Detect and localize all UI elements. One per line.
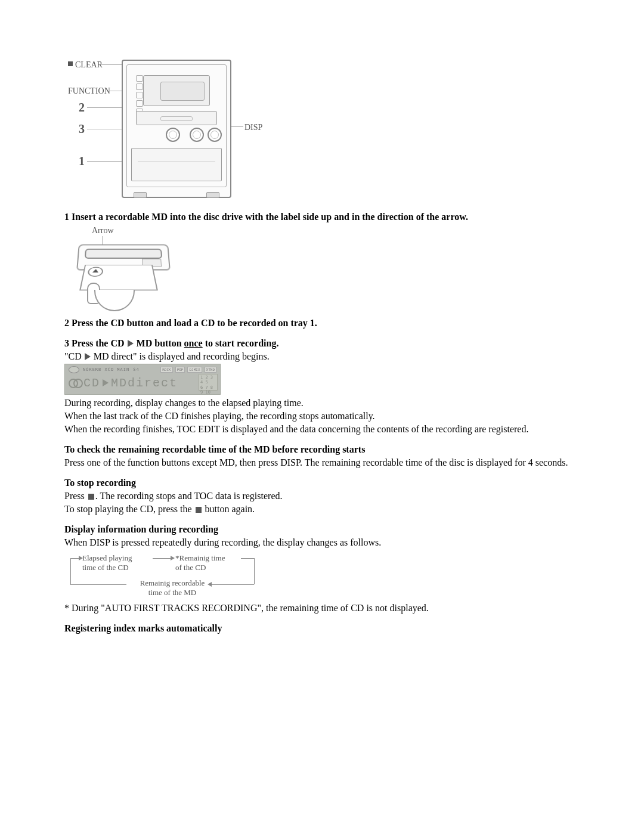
step3-mid: MD button — [137, 338, 184, 348]
lcd-nums-top: 1 2 3 4 5 — [200, 375, 216, 385]
clear-stop-icon — [68, 61, 73, 66]
stop-l1-post: . The recording stops and TOC data is re… — [95, 491, 283, 501]
step1-heading: 1 Insert a recordable MD into the disc d… — [64, 211, 580, 223]
cycle-box2: *Remainig time of the CD — [175, 553, 247, 572]
stop-icon — [88, 494, 94, 500]
play-icon — [85, 353, 91, 360]
register-heading: Registering index marks automatically — [64, 623, 580, 634]
md-arrow-label: Arrow — [92, 225, 114, 236]
cycle-box2-l2: of the CD — [175, 563, 247, 572]
step3-l1-post: MD direct" is displayed and recording be… — [94, 351, 270, 361]
after-lcd-p3: When the recording finishes, TOC EDIT is… — [64, 423, 580, 435]
cycle-box2-l1: *Remainig time — [175, 553, 247, 563]
step3-l1-pre: "CD — [64, 351, 82, 361]
footnote: * During "AUTO FIRST TRACKS RECORDING", … — [64, 602, 580, 614]
lcd-nums-bot: 6 7 8 9 10 — [200, 385, 216, 395]
label-3: 3 — [79, 122, 85, 137]
lcd-cd: CD — [83, 376, 100, 391]
check-time-body: Press one of the function buttons except… — [64, 457, 580, 469]
stop-heading: To stop recording — [64, 477, 580, 489]
stop-l2-pre: To stop playing the CD, press the — [64, 504, 194, 514]
lcd-tiny1: NOKERB XCD MAIN — [83, 367, 129, 373]
lcd-tag: POP — [175, 367, 185, 373]
lcd-tiny2: S4 — [133, 367, 139, 373]
lcd-display: NOKERB XCD MAIN S4 ROCK POP DJMIX XTND C… — [64, 364, 221, 395]
stop-l2-post: button again. — [203, 504, 255, 514]
step3-heading: 3 Press the CD MD button once to start r… — [64, 337, 580, 349]
step2-heading: 2 Press the CD button and load a CD to b… — [64, 317, 580, 329]
lcd-tag: DJMIX — [187, 367, 202, 373]
cycle-box1: Elapsed playing time of the CD — [82, 553, 154, 572]
step3-post: to start recording. — [203, 338, 279, 348]
label-1: 1 — [79, 154, 85, 169]
stop-icon — [196, 507, 202, 513]
after-lcd-p2: When the last track of the CD finishes p… — [64, 410, 580, 422]
cycle-box1-l2: time of the CD — [82, 563, 154, 572]
dispinfo-body: When DISP is pressed repeatedly during r… — [64, 537, 580, 549]
stereo-diagram: CLEAR FUNCTION 2 3 1 DISP — [68, 60, 271, 203]
dispinfo-heading: Display information during recording — [64, 524, 580, 535]
disc-icon — [69, 377, 82, 388]
lcd-tag: ROCK — [160, 367, 172, 373]
lcd-md: MDdirect — [111, 376, 178, 391]
check-time-heading: To check the remaining recordable time o… — [64, 444, 580, 456]
step3-pre: 3 Press the CD — [64, 338, 125, 348]
label-function: FUNCTION — [68, 86, 110, 97]
after-lcd-p1: During recording, display changes to the… — [64, 397, 580, 409]
lcd-oval-icon — [69, 366, 79, 373]
lcd-track-grid: 1 2 3 4 5 6 7 8 9 10 — [199, 374, 218, 391]
arrow-up-icon — [87, 267, 104, 277]
label-2: 2 — [79, 100, 85, 115]
stereo-unit — [122, 60, 231, 198]
cycle-box3: Remainig recordable time of the MD — [128, 578, 217, 597]
play-icon — [128, 340, 134, 347]
cycle-box3-l2: time of the MD — [128, 588, 217, 597]
stop-line1: Press . The recording stops and TOC data… — [64, 490, 580, 502]
step3-line1: "CD MD direct" is displayed and recordin… — [64, 351, 580, 363]
label-disp: DISP — [244, 122, 262, 133]
lcd-tag: XTND — [205, 367, 216, 373]
play-icon — [103, 379, 109, 386]
stop-line2: To stop playing the CD, press the button… — [64, 503, 580, 515]
display-cycle-diagram: Elapsed playing time of the CD *Remainig… — [64, 551, 261, 594]
cycle-box1-l1: Elapsed playing — [82, 553, 154, 563]
step3-once: once — [184, 338, 203, 348]
stop-l1-pre: Press — [64, 491, 87, 501]
cycle-box3-l1: Remainig recordable — [128, 578, 217, 588]
md-insert-figure: Arrow — [74, 225, 175, 309]
label-clear: CLEAR — [75, 60, 103, 70]
